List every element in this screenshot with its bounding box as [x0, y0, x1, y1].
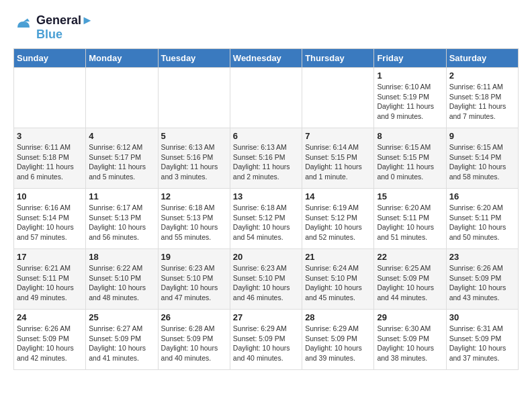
day-info: Sunrise: 6:18 AMSunset: 5:13 PMDaylight:… [161, 203, 227, 242]
day-number: 27 [233, 312, 299, 322]
day-number: 7 [305, 131, 371, 141]
day-info: Sunrise: 6:30 AMSunset: 5:09 PMDaylight:… [377, 324, 443, 363]
day-info: Sunrise: 6:19 AMSunset: 5:12 PMDaylight:… [305, 203, 371, 242]
day-number: 30 [449, 312, 515, 322]
calendar-week-row: 3Sunrise: 6:11 AMSunset: 5:18 PMDaylight… [14, 128, 519, 189]
day-info: Sunrise: 6:11 AMSunset: 5:18 PMDaylight:… [17, 142, 83, 182]
day-number: 6 [233, 131, 299, 141]
day-number: 25 [89, 312, 154, 322]
day-number: 29 [377, 312, 443, 322]
day-info: Sunrise: 6:20 AMSunset: 5:11 PMDaylight:… [449, 203, 515, 242]
day-info: Sunrise: 6:13 AMSunset: 5:16 PMDaylight:… [233, 142, 299, 182]
day-number: 12 [161, 191, 227, 201]
day-info: Sunrise: 6:12 AMSunset: 5:17 PMDaylight:… [89, 142, 154, 182]
calendar-cell: 26Sunrise: 6:28 AMSunset: 5:09 PMDayligh… [158, 310, 230, 370]
weekday-header: Monday [86, 49, 158, 68]
calendar-cell: 29Sunrise: 6:30 AMSunset: 5:09 PMDayligh… [374, 310, 446, 370]
day-info: Sunrise: 6:15 AMSunset: 5:14 PMDaylight:… [449, 142, 515, 182]
weekday-header-row: SundayMondayTuesdayWednesdayThursdayFrid… [14, 49, 519, 68]
day-number: 21 [305, 252, 371, 262]
day-number: 18 [89, 252, 154, 262]
page-header: General► Blue [13, 13, 519, 42]
calendar-cell: 13Sunrise: 6:18 AMSunset: 5:12 PMDayligh… [230, 189, 302, 249]
day-info: Sunrise: 6:29 AMSunset: 5:09 PMDaylight:… [305, 324, 371, 363]
calendar-cell: 5Sunrise: 6:13 AMSunset: 5:16 PMDaylight… [158, 128, 230, 189]
day-number: 28 [305, 312, 371, 322]
day-number: 4 [89, 131, 154, 141]
calendar-cell: 15Sunrise: 6:20 AMSunset: 5:11 PMDayligh… [374, 189, 446, 249]
calendar-cell: 3Sunrise: 6:11 AMSunset: 5:18 PMDaylight… [14, 128, 86, 189]
calendar-cell: 24Sunrise: 6:26 AMSunset: 5:09 PMDayligh… [14, 310, 86, 370]
calendar-cell: 12Sunrise: 6:18 AMSunset: 5:13 PMDayligh… [158, 189, 230, 249]
day-number: 9 [449, 131, 515, 141]
calendar-cell [14, 68, 86, 128]
calendar-cell: 4Sunrise: 6:12 AMSunset: 5:17 PMDaylight… [86, 128, 158, 189]
day-number: 1 [377, 71, 443, 81]
day-info: Sunrise: 6:28 AMSunset: 5:09 PMDaylight:… [161, 324, 227, 363]
calendar-week-row: 17Sunrise: 6:21 AMSunset: 5:11 PMDayligh… [14, 249, 519, 310]
weekday-header: Friday [374, 49, 446, 68]
calendar-cell: 28Sunrise: 6:29 AMSunset: 5:09 PMDayligh… [302, 310, 374, 370]
weekday-header: Tuesday [158, 49, 230, 68]
calendar-cell: 21Sunrise: 6:24 AMSunset: 5:10 PMDayligh… [302, 249, 374, 310]
day-number: 3 [17, 131, 83, 141]
day-info: Sunrise: 6:27 AMSunset: 5:09 PMDaylight:… [89, 324, 154, 363]
day-number: 20 [233, 252, 299, 262]
calendar-table: SundayMondayTuesdayWednesdayThursdayFrid… [13, 48, 519, 370]
day-number: 13 [233, 191, 299, 201]
day-info: Sunrise: 6:10 AMSunset: 5:19 PMDaylight:… [377, 82, 443, 122]
day-number: 26 [161, 312, 227, 322]
calendar-cell: 25Sunrise: 6:27 AMSunset: 5:09 PMDayligh… [86, 310, 158, 370]
day-info: Sunrise: 6:26 AMSunset: 5:09 PMDaylight:… [17, 324, 83, 363]
day-number: 5 [161, 131, 227, 141]
day-number: 15 [377, 191, 443, 201]
calendar-cell: 7Sunrise: 6:14 AMSunset: 5:15 PMDaylight… [302, 128, 374, 189]
day-info: Sunrise: 6:16 AMSunset: 5:14 PMDaylight:… [17, 203, 83, 242]
day-info: Sunrise: 6:13 AMSunset: 5:16 PMDaylight:… [161, 142, 227, 182]
calendar-cell: 18Sunrise: 6:22 AMSunset: 5:10 PMDayligh… [86, 249, 158, 310]
logo-text: General► Blue [36, 13, 93, 42]
calendar-cell [230, 68, 302, 128]
day-info: Sunrise: 6:26 AMSunset: 5:09 PMDaylight:… [449, 263, 515, 303]
day-number: 17 [17, 252, 83, 262]
day-number: 24 [17, 312, 83, 322]
calendar-cell [86, 68, 158, 128]
day-number: 16 [449, 191, 515, 201]
day-number: 8 [377, 131, 443, 141]
calendar-cell: 30Sunrise: 6:31 AMSunset: 5:09 PMDayligh… [446, 310, 518, 370]
calendar-cell: 10Sunrise: 6:16 AMSunset: 5:14 PMDayligh… [14, 189, 86, 249]
weekday-header: Thursday [302, 49, 374, 68]
calendar-cell: 20Sunrise: 6:23 AMSunset: 5:10 PMDayligh… [230, 249, 302, 310]
day-number: 14 [305, 191, 371, 201]
day-info: Sunrise: 6:31 AMSunset: 5:09 PMDaylight:… [449, 324, 515, 363]
calendar-cell: 2Sunrise: 6:11 AMSunset: 5:18 PMDaylight… [446, 68, 518, 128]
calendar-week-row: 1Sunrise: 6:10 AMSunset: 5:19 PMDaylight… [14, 68, 519, 128]
day-info: Sunrise: 6:24 AMSunset: 5:10 PMDaylight:… [305, 263, 371, 303]
logo-icon [13, 17, 34, 38]
day-info: Sunrise: 6:17 AMSunset: 5:13 PMDaylight:… [89, 203, 154, 242]
calendar-cell: 16Sunrise: 6:20 AMSunset: 5:11 PMDayligh… [446, 189, 518, 249]
day-number: 11 [89, 191, 154, 201]
day-info: Sunrise: 6:20 AMSunset: 5:11 PMDaylight:… [377, 203, 443, 242]
weekday-header: Sunday [14, 49, 86, 68]
day-number: 23 [449, 252, 515, 262]
day-info: Sunrise: 6:25 AMSunset: 5:09 PMDaylight:… [377, 263, 443, 303]
calendar-cell: 22Sunrise: 6:25 AMSunset: 5:09 PMDayligh… [374, 249, 446, 310]
day-number: 10 [17, 191, 83, 201]
day-number: 19 [161, 252, 227, 262]
weekday-header: Saturday [446, 49, 518, 68]
calendar-cell: 27Sunrise: 6:29 AMSunset: 5:09 PMDayligh… [230, 310, 302, 370]
calendar-cell: 6Sunrise: 6:13 AMSunset: 5:16 PMDaylight… [230, 128, 302, 189]
day-number: 22 [377, 252, 443, 262]
day-info: Sunrise: 6:15 AMSunset: 5:15 PMDaylight:… [377, 142, 443, 182]
day-info: Sunrise: 6:18 AMSunset: 5:12 PMDaylight:… [233, 203, 299, 242]
calendar-cell [302, 68, 374, 128]
day-number: 2 [449, 71, 515, 81]
calendar-cell: 1Sunrise: 6:10 AMSunset: 5:19 PMDaylight… [374, 68, 446, 128]
calendar-cell: 11Sunrise: 6:17 AMSunset: 5:13 PMDayligh… [86, 189, 158, 249]
calendar-cell: 19Sunrise: 6:23 AMSunset: 5:10 PMDayligh… [158, 249, 230, 310]
day-info: Sunrise: 6:23 AMSunset: 5:10 PMDaylight:… [161, 263, 227, 303]
calendar-cell: 23Sunrise: 6:26 AMSunset: 5:09 PMDayligh… [446, 249, 518, 310]
calendar-cell: 14Sunrise: 6:19 AMSunset: 5:12 PMDayligh… [302, 189, 374, 249]
calendar-cell: 17Sunrise: 6:21 AMSunset: 5:11 PMDayligh… [14, 249, 86, 310]
